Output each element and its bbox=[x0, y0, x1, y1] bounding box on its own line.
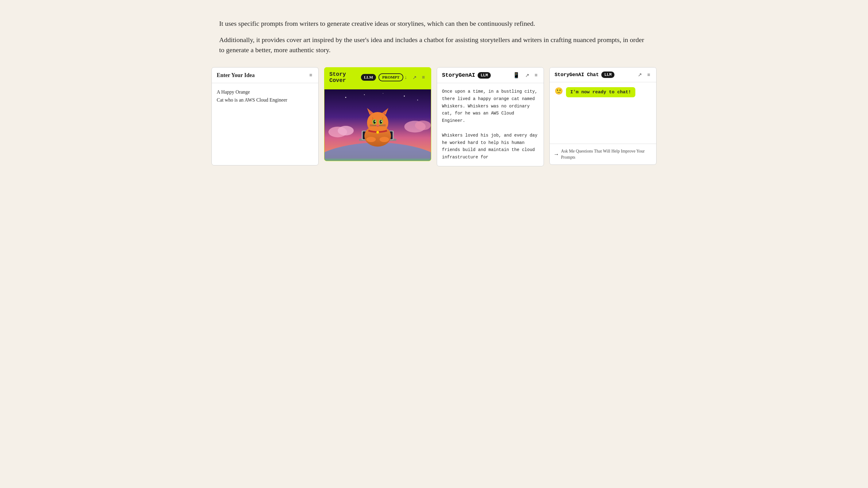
idea-card-title: Enter Your Idea bbox=[217, 72, 255, 79]
cover-header-right: ↓ ↗ ≡ bbox=[403, 74, 426, 81]
cover-settings-button[interactable]: ≡ bbox=[421, 74, 426, 81]
svg-point-23 bbox=[374, 120, 376, 124]
chat-bubble: I'm now ready to chat! bbox=[566, 87, 636, 97]
svg-point-25 bbox=[374, 121, 375, 122]
svg-point-8 bbox=[404, 95, 405, 96]
chat-footer[interactable]: → Ask Me Questions That Will Help Improv… bbox=[550, 144, 656, 164]
chat-header-left: StoryGenAI Chat LLM bbox=[555, 71, 615, 78]
cover-share-button[interactable]: ↗ bbox=[411, 74, 418, 81]
cover-card-title: Story Cover bbox=[329, 71, 359, 84]
chat-avatar-icon: 🙂 bbox=[555, 87, 563, 95]
chat-footer-text: Ask Me Questions That Will Help Improve … bbox=[561, 148, 651, 160]
svg-point-33 bbox=[366, 137, 376, 142]
cover-prompt-badge: PROMPT bbox=[378, 73, 403, 81]
chat-settings-button[interactable]: ≡ bbox=[646, 71, 651, 78]
svg-point-3 bbox=[338, 126, 353, 135]
story-card-header: StoryGenAI LLM 📱 ↗ ≡ bbox=[437, 67, 544, 83]
chat-header-right: ↗ ≡ bbox=[637, 71, 651, 78]
chat-card-title: StoryGenAI Chat bbox=[555, 72, 599, 78]
story-header-right: 📱 ↗ ≡ bbox=[512, 71, 539, 79]
svg-point-16 bbox=[367, 112, 388, 133]
cover-card: Story Cover LLM PROMPT ↓ ↗ ≡ bbox=[324, 67, 431, 161]
story-text-2: Whiskers loved his job, and every day he… bbox=[442, 132, 539, 161]
svg-point-26 bbox=[381, 121, 382, 122]
intro-paragraph-1: It uses specific prompts from writers to… bbox=[219, 19, 649, 29]
svg-point-9 bbox=[417, 100, 418, 101]
intro-paragraph-2: Additionally, it provides cover art insp… bbox=[219, 35, 649, 55]
idea-card: Enter Your Idea ≡ A Happy Orange Cat who… bbox=[212, 67, 319, 165]
cover-image: AWS bbox=[324, 87, 431, 161]
story-text: Once upon a time, in a bustling city, th… bbox=[442, 88, 539, 125]
idea-card-header: Enter Your Idea ≡ bbox=[212, 67, 318, 83]
idea-filter-button[interactable]: ≡ bbox=[308, 72, 313, 79]
cover-header-left: Story Cover LLM PROMPT bbox=[329, 71, 403, 84]
chat-footer-arrow-icon: → bbox=[555, 151, 558, 157]
chat-card-body: 🙂 I'm now ready to chat! bbox=[550, 82, 656, 144]
chat-share-button[interactable]: ↗ bbox=[637, 71, 643, 78]
story-card-title: StoryGenAI bbox=[442, 72, 475, 78]
idea-card-body: A Happy Orange Cat who is an AWS Cloud E… bbox=[212, 83, 318, 109]
chat-llm-badge: LLM bbox=[601, 71, 615, 78]
cover-image-container: AWS bbox=[324, 87, 431, 161]
chat-card-header: StoryGenAI Chat LLM ↗ ≡ bbox=[550, 67, 656, 82]
svg-point-7 bbox=[364, 94, 365, 95]
story-settings-button[interactable]: ≡ bbox=[533, 71, 539, 79]
svg-point-5 bbox=[415, 121, 431, 130]
story-header-left: StoryGenAI LLM bbox=[442, 72, 491, 79]
story-llm-badge: LLM bbox=[477, 72, 491, 79]
story-card-body: Once upon a time, in a bustling city, th… bbox=[437, 83, 544, 166]
intro-section: It uses specific prompts from writers to… bbox=[219, 19, 649, 55]
story-share-button[interactable]: ↗ bbox=[524, 71, 530, 79]
idea-item-2: Cat who is an AWS Cloud Engineer bbox=[217, 96, 313, 104]
cover-download-button[interactable]: ↓ bbox=[403, 74, 408, 81]
story-card: StoryGenAI LLM 📱 ↗ ≡ Once upon a time, i… bbox=[437, 67, 544, 166]
cover-card-header: Story Cover LLM PROMPT ↓ ↗ ≡ bbox=[324, 67, 431, 87]
svg-point-10 bbox=[383, 93, 383, 94]
chat-message: 🙂 I'm now ready to chat! bbox=[555, 87, 651, 97]
cards-container: Enter Your Idea ≡ A Happy Orange Cat who… bbox=[212, 67, 656, 166]
idea-item-1: A Happy Orange bbox=[217, 88, 313, 96]
svg-point-34 bbox=[380, 137, 389, 142]
chat-card: StoryGenAI Chat LLM ↗ ≡ 🙂 I'm now ready … bbox=[549, 67, 656, 165]
svg-point-6 bbox=[345, 97, 346, 98]
story-phone-button[interactable]: 📱 bbox=[512, 71, 521, 79]
svg-point-24 bbox=[380, 120, 382, 124]
svg-point-32 bbox=[376, 131, 379, 134]
cover-llm-badge: LLM bbox=[361, 74, 376, 81]
